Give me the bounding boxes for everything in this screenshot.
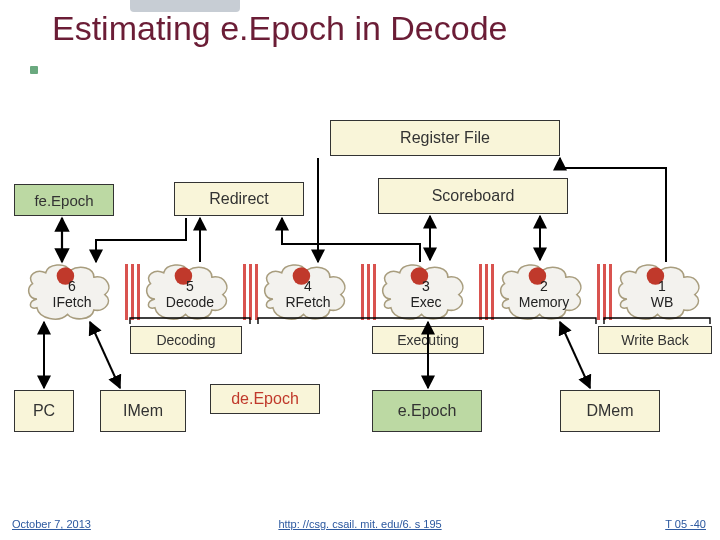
title-text: Estimating e.Epoch in Decode [52, 9, 507, 47]
scoreboard-label: Scoreboard [432, 187, 515, 205]
stage-memory: 2Memory [498, 264, 590, 320]
stage-name: Exec [410, 294, 441, 310]
stage-name: IFetch [53, 294, 92, 310]
stage-name: Decode [166, 294, 214, 310]
stage-num: 4 [304, 278, 312, 294]
stage-rfetch: 4RFetch [262, 264, 354, 320]
redirect-box: Redirect [174, 182, 304, 216]
stage-num: 1 [658, 278, 666, 294]
dmem-box: DMem [560, 390, 660, 432]
stage-decode: 5Decode [144, 264, 236, 320]
fifo [121, 264, 145, 320]
stage-wb: 1WB [616, 264, 708, 320]
stage-num: 3 [422, 278, 430, 294]
stage-ifetch: 6IFetch [26, 264, 118, 320]
footer-url: http: //csg. csail. mit. edu/6. s 195 [0, 518, 720, 530]
phase-writeback-box: Write Back [598, 326, 712, 354]
e-epoch-box: e.Epoch [372, 390, 482, 432]
pc-box: PC [14, 390, 74, 432]
fifo [593, 264, 617, 320]
stage-name: WB [651, 294, 674, 310]
de-epoch-box: de.Epoch [210, 384, 320, 414]
register-file-label: Register File [400, 129, 490, 147]
de-epoch-label: de.Epoch [231, 390, 299, 408]
fe-epoch-box: fe.Epoch [14, 184, 114, 216]
fe-epoch-label: fe.Epoch [34, 192, 93, 209]
fifo [357, 264, 381, 320]
fifo [475, 264, 499, 320]
stage-name: RFetch [285, 294, 330, 310]
register-file-box: Register File [330, 120, 560, 156]
stage-num: 2 [540, 278, 548, 294]
title-bullet-decor [30, 66, 38, 74]
redirect-label: Redirect [209, 190, 269, 208]
phase-decoding-box: Decoding [130, 326, 242, 354]
dmem-label: DMem [586, 402, 633, 420]
svg-line-14 [560, 322, 590, 388]
stage-num: 5 [186, 278, 194, 294]
pc-label: PC [33, 402, 55, 420]
imem-label: IMem [123, 402, 163, 420]
scoreboard-box: Scoreboard [378, 178, 568, 214]
e-epoch-label: e.Epoch [398, 402, 457, 420]
svg-line-12 [90, 322, 120, 388]
phase-executing-box: Executing [372, 326, 484, 354]
imem-box: IMem [100, 390, 186, 432]
fifo [239, 264, 263, 320]
stage-num: 6 [68, 278, 76, 294]
slide-title: Estimating e.Epoch in Decode [52, 8, 507, 49]
phase-writeback-label: Write Back [621, 332, 688, 348]
stage-exec: 3Exec [380, 264, 472, 320]
footer-page: T 05 -40 [665, 518, 706, 530]
phase-executing-label: Executing [397, 332, 458, 348]
phase-decoding-label: Decoding [156, 332, 215, 348]
stage-name: Memory [519, 294, 570, 310]
